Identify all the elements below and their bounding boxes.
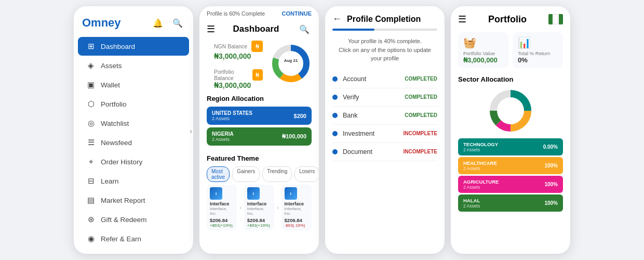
dashboard-donut-chart: Aug 21 (270, 43, 312, 84)
featured-tab-losers[interactable]: Losers (294, 166, 319, 182)
step-dot-account (332, 76, 338, 82)
profile-title: Profile Completion (347, 15, 421, 24)
total-return-icon: 📊 (518, 36, 558, 49)
sidebar-item-support[interactable]: ◌ Support (78, 249, 189, 254)
step-dot-document (332, 149, 338, 154)
portfolio-balance-card: Portfolio Balance ₦ ₦3,000,000 (214, 69, 263, 89)
profile-step-investment[interactable]: Investment INCOMPLETE (332, 125, 437, 143)
portfolio-title: Portfolio (488, 14, 527, 25)
header-icons: 🔔 🔍 (151, 16, 185, 30)
nigeria-flag (548, 14, 563, 24)
sidebar-item-refer-earn[interactable]: ◉ Refer & Earn (78, 229, 189, 248)
sidebar-item-watchlist[interactable]: ◎ Watchlist (78, 114, 189, 133)
profile-step-account[interactable]: Account COMPLETED (332, 70, 437, 88)
stock-card-2[interactable]: I Interface Interface, Inc. $206.84 -$63… (281, 185, 312, 230)
portfolio-icon: ₦ (252, 69, 263, 81)
featured-tab-most-active[interactable]: Most active (207, 166, 230, 182)
ngn-icon: ₦ (251, 41, 263, 52)
sector-name-technology: TECHNOLOGY (463, 141, 498, 147)
sector-bar-halal[interactable]: HALAL 2 Assets 100% (458, 194, 563, 212)
continue-button[interactable]: CONTINUE (282, 10, 312, 17)
step-left-account: Account (332, 75, 366, 83)
profile-step-document[interactable]: Document INCOMPLETE (332, 143, 437, 161)
sidebar-item-wallet[interactable]: ▣ Wallet (78, 75, 189, 94)
search-icon[interactable]: 🔍 (297, 22, 312, 36)
nav-label-refer-earn: Refer & Earn (101, 235, 141, 243)
profile-step-verify[interactable]: Verify COMPLETED (332, 88, 437, 107)
sector-name-halal: HALAL (463, 198, 480, 203)
stock-chevron-0: › (239, 205, 241, 211)
total-return-card: 📊 Total % Return 0% (513, 32, 563, 68)
progress-bar-fill (332, 29, 374, 31)
stock-price-1: $206.84 (247, 217, 271, 223)
stock-chevron-1: › (277, 205, 278, 211)
step-status-account: COMPLETED (405, 76, 437, 82)
step-dot-bank (332, 113, 338, 118)
search-icon[interactable]: 🔍 (170, 16, 185, 30)
portfolio-hamburger[interactable]: ☰ (458, 14, 466, 25)
profile-message-line2: Click on any of the options to update yo… (334, 46, 435, 63)
ngn-balance-label: NGN Balance (214, 43, 247, 49)
step-left-bank: Bank (332, 112, 358, 119)
region-nigeria[interactable]: NIGERIA 2 Assets ₦100,000 (207, 127, 312, 146)
step-left-verify: Verify (332, 94, 359, 101)
sector-assets-halal: 2 Assets (463, 203, 480, 209)
sector-name-agriculture: AGRICULTURE (463, 179, 499, 185)
nav-icon-gift-redeem: ⊛ (86, 215, 96, 224)
stock-price-0: $206.84 (210, 217, 234, 223)
sector-pct-technology: 0.00% (543, 144, 558, 150)
sidebar-item-market-report[interactable]: ▤ Market Report (78, 191, 189, 210)
svg-point-11 (498, 98, 524, 124)
stock-sub-2: Interface, Inc. (285, 206, 308, 216)
stock-sub-0: Interface, Inc. (210, 206, 234, 216)
step-name-verify: Verify (343, 94, 359, 101)
sector-bar-technology[interactable]: TECHNOLOGY 2 Assets 0.00% (458, 138, 563, 155)
region-section: Region Allocation UNITED STATES 2 Assets… (199, 89, 319, 151)
app-logo: Omney (82, 16, 121, 30)
nav-icon-wallet: ▣ (86, 80, 96, 89)
step-dot-investment (332, 131, 338, 136)
hamburger-icon[interactable]: ☰ (207, 23, 215, 35)
step-dot-verify (332, 95, 338, 100)
nav-label-watchlist: Watchlist (101, 120, 129, 127)
nav-label-gift-redeem: Gift & Redeem (101, 216, 147, 224)
sector-assets-healthcare: 2 Assets (463, 166, 497, 171)
nav-label-learn: Learn (101, 177, 119, 185)
notification-icon[interactable]: 🔔 (151, 16, 165, 30)
progress-bar-track (332, 29, 437, 31)
sector-bar-agriculture[interactable]: AGRICULTURE 2 Assets 100% (458, 176, 563, 193)
sector-assets-agriculture: 2 Assets (463, 185, 499, 190)
profile-header: ← Profile Completion (325, 6, 445, 29)
step-left-investment: Investment (332, 130, 374, 137)
profile-step-bank[interactable]: Bank COMPLETED (332, 107, 437, 125)
sidebar-item-learn[interactable]: ⊟ Learn (78, 172, 189, 190)
svg-text:Aug 21: Aug 21 (284, 58, 298, 63)
region-us[interactable]: UNITED STATES 2 Assets $200 (207, 107, 312, 125)
nav-label-portfolio: Portfolio (101, 100, 127, 108)
stock-change-2: -$63(-19%) (285, 223, 308, 228)
sidebar-item-order-history[interactable]: ⌖ Order History (78, 152, 189, 171)
portfolio-value-label: Portfolio Value (463, 50, 503, 56)
sector-bar-healthcare[interactable]: HEALTHCARE 2 Assets 100% (458, 157, 563, 174)
stock-card-1[interactable]: I Interface Interface, Inc. $206.84 +$63… (244, 185, 274, 230)
featured-tab-trending[interactable]: Trending (262, 166, 292, 182)
dashboard-title: Dashboard (233, 24, 279, 34)
profile-status: Profile is 60% Complete (207, 10, 265, 17)
expand-icon[interactable]: › (190, 127, 192, 135)
sidebar-item-portfolio[interactable]: ⬡ Portfolio (78, 95, 189, 113)
stock-price-2: $206.84 (285, 217, 308, 223)
featured-tab-gainers[interactable]: Gainers (232, 166, 260, 182)
nav-icon-support: ◌ (86, 253, 96, 254)
back-button[interactable]: ← (332, 14, 342, 24)
nav-icon-refer-earn: ◉ (86, 234, 96, 243)
stock-card-0[interactable]: I Interface Interface, Inc. $206.84 +$63… (207, 185, 237, 230)
portfolio-balance-label: Portfolio Balance (214, 69, 252, 81)
sidebar-item-dashboard[interactable]: ⊞ Dashboard (78, 37, 189, 56)
stock-name-1: Interface (247, 201, 271, 206)
portfolio-value: ₦3,000,000 (463, 56, 503, 64)
sidebar-item-assets[interactable]: ◈ Assets (78, 56, 189, 75)
sidebar-item-gift-redeem[interactable]: ⊛ Gift & Redeem (78, 210, 189, 229)
sector-donut (458, 87, 563, 134)
featured-title: Featured Theme (207, 154, 312, 162)
sidebar-item-newsfeed[interactable]: ☰ Newsfeed (78, 133, 189, 152)
